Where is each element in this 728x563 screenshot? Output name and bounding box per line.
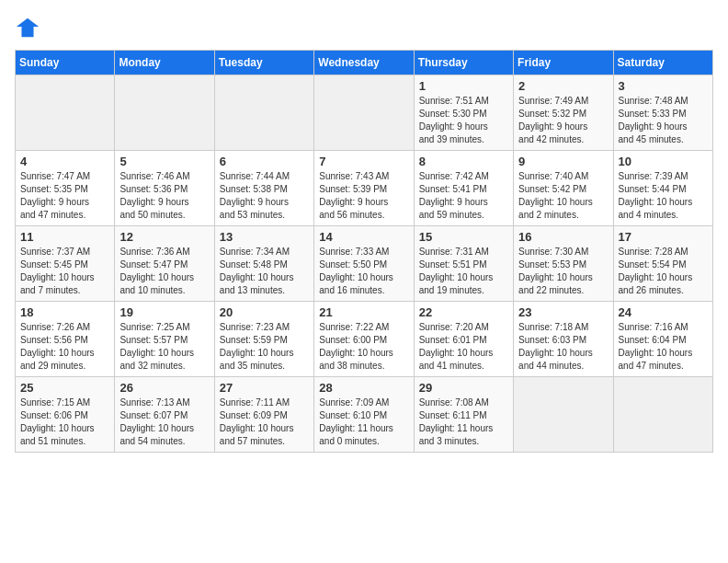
calendar-header-row: SundayMondayTuesdayWednesdayThursdayFrid… xyxy=(16,51,713,75)
day-number: 15 xyxy=(419,230,508,244)
day-info: Sunrise: 7:26 AM Sunset: 5:56 PM Dayligh… xyxy=(20,321,109,373)
calendar-cell: 18Sunrise: 7:26 AM Sunset: 5:56 PM Dayli… xyxy=(16,302,115,377)
calendar-cell: 2Sunrise: 7:49 AM Sunset: 5:32 PM Daylig… xyxy=(514,75,613,151)
day-header-tuesday: Tuesday xyxy=(214,51,313,75)
day-info: Sunrise: 7:20 AM Sunset: 6:01 PM Dayligh… xyxy=(419,321,508,373)
day-info: Sunrise: 7:11 AM Sunset: 6:09 PM Dayligh… xyxy=(220,396,309,448)
calendar-cell: 23Sunrise: 7:18 AM Sunset: 6:03 PM Dayli… xyxy=(514,302,613,377)
day-number: 28 xyxy=(319,381,408,395)
day-info: Sunrise: 7:15 AM Sunset: 6:06 PM Dayligh… xyxy=(20,396,109,448)
day-number: 11 xyxy=(20,230,109,244)
calendar-week-row: 11Sunrise: 7:37 AM Sunset: 5:45 PM Dayli… xyxy=(16,226,713,302)
calendar-cell xyxy=(115,75,214,151)
day-header-saturday: Saturday xyxy=(613,51,712,75)
calendar-week-row: 1Sunrise: 7:51 AM Sunset: 5:30 PM Daylig… xyxy=(16,75,713,151)
day-info: Sunrise: 7:28 AM Sunset: 5:54 PM Dayligh… xyxy=(619,246,708,297)
calendar-cell: 16Sunrise: 7:30 AM Sunset: 5:53 PM Dayli… xyxy=(514,226,613,302)
calendar-cell: 5Sunrise: 7:46 AM Sunset: 5:36 PM Daylig… xyxy=(115,151,214,226)
calendar-cell: 20Sunrise: 7:23 AM Sunset: 5:59 PM Dayli… xyxy=(214,302,313,377)
day-info: Sunrise: 7:23 AM Sunset: 5:59 PM Dayligh… xyxy=(220,321,309,373)
day-number: 7 xyxy=(319,155,408,168)
calendar-cell xyxy=(16,75,115,151)
day-number: 1 xyxy=(419,79,508,93)
calendar-cell: 13Sunrise: 7:34 AM Sunset: 5:48 PM Dayli… xyxy=(214,226,313,302)
day-info: Sunrise: 7:40 AM Sunset: 5:42 PM Dayligh… xyxy=(518,170,608,222)
day-info: Sunrise: 7:46 AM Sunset: 5:36 PM Dayligh… xyxy=(119,170,209,222)
day-info: Sunrise: 7:37 AM Sunset: 5:45 PM Dayligh… xyxy=(20,246,109,297)
calendar-cell: 3Sunrise: 7:48 AM Sunset: 5:33 PM Daylig… xyxy=(613,75,712,151)
calendar-cell: 12Sunrise: 7:36 AM Sunset: 5:47 PM Dayli… xyxy=(115,226,214,302)
calendar-week-row: 18Sunrise: 7:26 AM Sunset: 5:56 PM Dayli… xyxy=(16,302,713,377)
calendar-cell xyxy=(214,75,313,151)
day-info: Sunrise: 7:48 AM Sunset: 5:33 PM Dayligh… xyxy=(619,95,708,146)
calendar-cell xyxy=(613,377,712,453)
day-number: 16 xyxy=(518,230,608,244)
calendar-cell: 27Sunrise: 7:11 AM Sunset: 6:09 PM Dayli… xyxy=(214,377,313,453)
day-info: Sunrise: 7:13 AM Sunset: 6:07 PM Dayligh… xyxy=(119,396,209,448)
day-number: 17 xyxy=(619,230,708,244)
day-number: 20 xyxy=(220,305,309,319)
day-number: 27 xyxy=(220,381,309,395)
day-info: Sunrise: 7:30 AM Sunset: 5:53 PM Dayligh… xyxy=(518,246,608,297)
calendar-cell: 25Sunrise: 7:15 AM Sunset: 6:06 PM Dayli… xyxy=(16,377,115,453)
logo xyxy=(15,15,44,40)
day-number: 25 xyxy=(20,381,109,395)
day-number: 26 xyxy=(119,381,209,395)
calendar-cell: 14Sunrise: 7:33 AM Sunset: 5:50 PM Dayli… xyxy=(314,226,414,302)
day-info: Sunrise: 7:51 AM Sunset: 5:30 PM Dayligh… xyxy=(419,95,508,146)
calendar-table: SundayMondayTuesdayWednesdayThursdayFrid… xyxy=(15,50,713,453)
calendar-cell: 26Sunrise: 7:13 AM Sunset: 6:07 PM Dayli… xyxy=(115,377,214,453)
calendar-week-row: 25Sunrise: 7:15 AM Sunset: 6:06 PM Dayli… xyxy=(16,377,713,453)
day-number: 19 xyxy=(119,305,209,319)
day-info: Sunrise: 7:31 AM Sunset: 5:51 PM Dayligh… xyxy=(419,246,508,297)
day-number: 21 xyxy=(319,305,408,319)
header xyxy=(15,15,713,40)
day-header-friday: Friday xyxy=(514,51,613,75)
day-info: Sunrise: 7:09 AM Sunset: 6:10 PM Dayligh… xyxy=(319,396,408,448)
day-number: 23 xyxy=(518,305,608,319)
day-header-wednesday: Wednesday xyxy=(314,51,414,75)
day-number: 18 xyxy=(20,305,109,319)
day-info: Sunrise: 7:49 AM Sunset: 5:32 PM Dayligh… xyxy=(518,95,608,146)
calendar-cell: 24Sunrise: 7:16 AM Sunset: 6:04 PM Dayli… xyxy=(613,302,712,377)
day-info: Sunrise: 7:43 AM Sunset: 5:39 PM Dayligh… xyxy=(319,170,408,222)
calendar-cell: 8Sunrise: 7:42 AM Sunset: 5:41 PM Daylig… xyxy=(414,151,513,226)
logo-icon xyxy=(15,15,40,40)
day-info: Sunrise: 7:39 AM Sunset: 5:44 PM Dayligh… xyxy=(619,170,708,222)
day-info: Sunrise: 7:34 AM Sunset: 5:48 PM Dayligh… xyxy=(220,246,309,297)
calendar-cell: 28Sunrise: 7:09 AM Sunset: 6:10 PM Dayli… xyxy=(314,377,414,453)
day-number: 14 xyxy=(319,230,408,244)
day-number: 2 xyxy=(518,79,608,93)
day-number: 3 xyxy=(619,79,708,93)
day-number: 24 xyxy=(619,305,708,319)
calendar-cell: 1Sunrise: 7:51 AM Sunset: 5:30 PM Daylig… xyxy=(414,75,513,151)
day-info: Sunrise: 7:42 AM Sunset: 5:41 PM Dayligh… xyxy=(419,170,508,222)
day-number: 10 xyxy=(619,155,708,168)
calendar-cell: 17Sunrise: 7:28 AM Sunset: 5:54 PM Dayli… xyxy=(613,226,712,302)
calendar-cell: 4Sunrise: 7:47 AM Sunset: 5:35 PM Daylig… xyxy=(16,151,115,226)
day-info: Sunrise: 7:08 AM Sunset: 6:11 PM Dayligh… xyxy=(419,396,508,448)
calendar-cell: 15Sunrise: 7:31 AM Sunset: 5:51 PM Dayli… xyxy=(414,226,513,302)
calendar-cell: 19Sunrise: 7:25 AM Sunset: 5:57 PM Dayli… xyxy=(115,302,214,377)
day-info: Sunrise: 7:47 AM Sunset: 5:35 PM Dayligh… xyxy=(20,170,109,222)
day-header-thursday: Thursday xyxy=(414,51,513,75)
day-number: 5 xyxy=(119,155,209,168)
day-header-monday: Monday xyxy=(115,51,214,75)
day-number: 8 xyxy=(419,155,508,168)
day-info: Sunrise: 7:33 AM Sunset: 5:50 PM Dayligh… xyxy=(319,246,408,297)
calendar-cell xyxy=(514,377,613,453)
day-info: Sunrise: 7:36 AM Sunset: 5:47 PM Dayligh… xyxy=(119,246,209,297)
day-number: 4 xyxy=(20,155,109,168)
day-number: 22 xyxy=(419,305,508,319)
day-info: Sunrise: 7:22 AM Sunset: 6:00 PM Dayligh… xyxy=(319,321,408,373)
day-info: Sunrise: 7:16 AM Sunset: 6:04 PM Dayligh… xyxy=(619,321,708,373)
day-number: 29 xyxy=(419,381,508,395)
day-info: Sunrise: 7:18 AM Sunset: 6:03 PM Dayligh… xyxy=(518,321,608,373)
day-info: Sunrise: 7:44 AM Sunset: 5:38 PM Dayligh… xyxy=(220,170,309,222)
svg-marker-0 xyxy=(17,18,39,38)
calendar-cell: 21Sunrise: 7:22 AM Sunset: 6:00 PM Dayli… xyxy=(314,302,414,377)
day-number: 6 xyxy=(220,155,309,168)
calendar-cell: 11Sunrise: 7:37 AM Sunset: 5:45 PM Dayli… xyxy=(16,226,115,302)
day-number: 9 xyxy=(518,155,608,168)
calendar-cell: 7Sunrise: 7:43 AM Sunset: 5:39 PM Daylig… xyxy=(314,151,414,226)
